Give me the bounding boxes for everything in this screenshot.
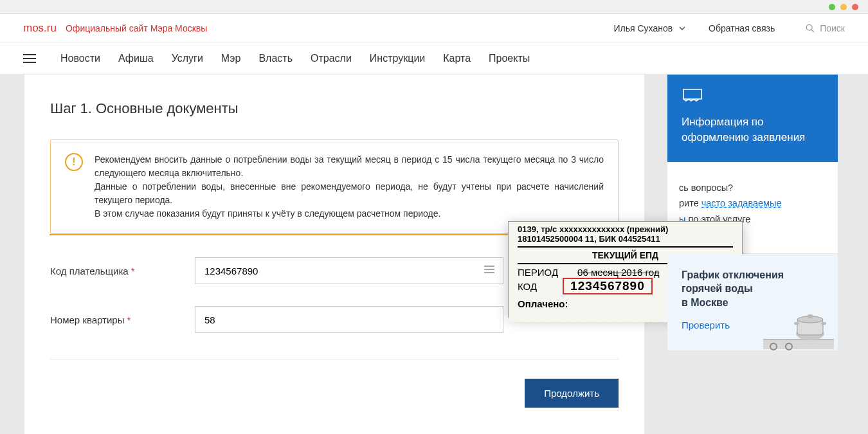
nav-services[interactable]: Услуги [172, 53, 203, 64]
brand-name[interactable]: mos.ru [23, 22, 57, 35]
nav-news[interactable]: Новости [60, 53, 100, 64]
nav-events[interactable]: Афиша [118, 53, 154, 64]
document-icon [682, 87, 824, 105]
svg-line-1 [811, 30, 814, 32]
user-menu[interactable]: Илья Суханов [613, 23, 685, 33]
payer-code-input[interactable] [195, 257, 503, 284]
payer-code-label: Код плательщика * [50, 266, 195, 276]
form-panel: Шаг 1. Основные документы ! Рекомендуем … [24, 75, 644, 434]
main-nav: Новости Афиша Услуги Мэр Власть Отрасли … [0, 42, 868, 75]
search[interactable]: Поиск [806, 23, 845, 33]
nav-projects[interactable]: Проекты [489, 53, 530, 64]
nav-map[interactable]: Карта [443, 53, 471, 64]
feedback-link[interactable]: Обратная связь [709, 23, 775, 33]
pot-icon [791, 303, 829, 344]
svg-rect-10 [808, 314, 813, 318]
continue-button[interactable]: Продолжить [525, 379, 619, 408]
info-icon: ! [65, 153, 83, 171]
lookup-icon[interactable] [484, 265, 494, 276]
faq-link[interactable]: часто задаваемые [701, 198, 782, 208]
window-maximize-icon[interactable] [840, 4, 847, 10]
form-divider [50, 359, 619, 359]
sidebar-info-box[interactable]: Информация по оформлению заявления [667, 75, 838, 162]
notice-text: Рекомендуем вносить данные о потреблении… [95, 153, 604, 221]
sidebar-promo: График отключения горячей воды в Москве … [667, 254, 838, 350]
nav-mayor[interactable]: Мэр [221, 53, 241, 64]
brand-tagline: Официальный сайт Мэра Москвы [66, 23, 207, 33]
receipt-code-highlight: 1234567890 [563, 278, 653, 294]
svg-rect-7 [794, 322, 799, 325]
svg-rect-8 [821, 322, 826, 325]
user-name: Илья Суханов [613, 23, 673, 33]
search-placeholder: Поиск [820, 23, 845, 33]
nav-branches[interactable]: Отрасли [311, 53, 352, 64]
window-close-icon[interactable] [852, 4, 858, 10]
search-icon [806, 24, 815, 33]
window-minimize-icon[interactable] [829, 4, 835, 10]
notice-box: ! Рекомендуем вносить данные о потреблен… [50, 140, 619, 234]
chevron-down-icon [679, 22, 685, 32]
sidebar-info-title: Информация по оформлению заявления [682, 114, 824, 145]
nav-instructions[interactable]: Инструкции [370, 53, 425, 64]
svg-point-0 [807, 24, 813, 30]
receipt-account: 0139, тр/с хххххххххххххх (прежний) [518, 224, 733, 234]
step-title: Шаг 1. Основные документы [50, 100, 619, 117]
nav-authority[interactable]: Власть [258, 53, 293, 64]
sidebar: Информация по оформлению заявления сь во… [667, 75, 838, 350]
receipt-paid-label: Оплачено: [518, 298, 568, 309]
apartment-label: Номер квартиры * [50, 314, 195, 325]
topbar: mos.ru Официальный сайт Мэра Москвы Илья… [0, 14, 868, 42]
apartment-input[interactable] [195, 306, 503, 333]
browser-chrome [0, 0, 868, 14]
receipt-bank: 18101452500004 11, БИК 044525411 [518, 234, 733, 244]
menu-icon[interactable] [23, 54, 36, 63]
